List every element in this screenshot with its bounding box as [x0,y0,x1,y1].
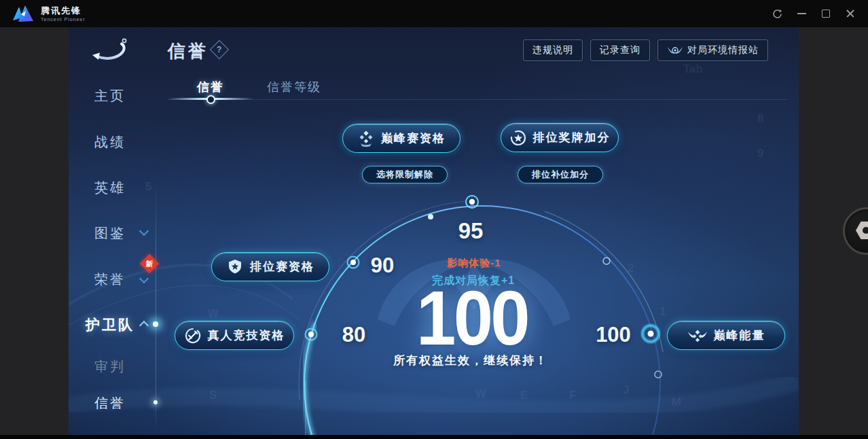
active-tab-marker [206,95,215,104]
app-subtitle: Tencent Pioneer [41,17,86,22]
background-letter: W [208,307,219,321]
rank-medal-bonus-button[interactable]: 排位奖牌加分 [501,123,619,152]
background-letter: F [569,389,576,402]
diamond-cluster-icon [357,130,375,147]
sidebar-divider [156,183,156,435]
wing-emblem-icon [667,44,683,56]
tab-credit-level[interactable]: 信誉等级 [267,79,321,95]
sidebar-item-judgement[interactable]: 审判 [69,357,151,376]
game-content: 589TabWSWEFJM21 主页 战绩 英雄 图鉴 荣誉 新 护卫队 审判 … [69,27,799,435]
left-frame-margin [0,27,69,435]
scale-label-95: 95 [458,218,484,244]
credit-gauge-arc [69,27,799,435]
gauge-node-90 [348,257,359,268]
gauge-node-small [428,214,433,220]
active-item-dot [153,400,158,404]
sidebar-item-credit[interactable]: 信誉 [69,394,151,412]
peak-tournament-qualification-button[interactable]: 巅峰赛资格 [342,124,460,153]
gauge-node-95 [466,196,478,208]
tab-credit[interactable]: 信誉 [197,79,224,95]
tab-separator [168,99,787,100]
help-icon[interactable]: ? [210,40,229,59]
scale-label-80: 80 [342,323,365,347]
background-letter: W [475,387,486,401]
sidebar-item-heroes[interactable]: 英雄 [69,179,151,197]
tencent-pioneer-logo-icon [11,4,35,23]
penalty-text: 影响体验-1 [447,257,501,270]
status-text: 所有权益生效，继续保持！ [393,353,548,368]
scale-label-90: 90 [371,253,394,278]
background-letter: J [623,383,629,397]
background-letter: 1 [659,305,666,319]
gauge-node-hollow [603,258,610,264]
rank-fill-bonus-button[interactable]: 排位补位加分 [518,166,603,183]
shield-star-icon [226,258,244,276]
window-controls [772,0,856,27]
background-letter: S [209,389,217,402]
background-letter: 2 [628,262,634,275]
versus-icon [184,327,202,345]
pick-limit-lift-button[interactable]: 选将限制解除 [362,166,448,183]
active-section-glow-dot [153,321,158,327]
sidebar-item-gallery[interactable]: 图鉴 [69,224,151,243]
background-letter: M [672,396,681,409]
background-letter: 8 [757,112,763,126]
medal-star-icon [509,129,527,147]
sidebar-item-home[interactable]: 主页 [69,87,151,105]
rank-qualification-button[interactable]: 排位赛资格 [211,252,329,281]
credit-score: 100 [416,279,528,357]
gauge-node-hollow [655,371,662,378]
record-query-button[interactable]: 记录查询 [590,39,650,61]
sidebar-item-honor[interactable]: 荣誉 [69,270,151,289]
bottom-frame-strip [0,435,868,439]
page-title: 信誉 [168,39,209,63]
close-icon[interactable] [845,8,856,19]
app-logo: 腾讯先锋 Tencent Pioneer [11,4,86,23]
titlebar: 腾讯先锋 Tencent Pioneer [0,0,868,27]
minimize-icon[interactable] [796,8,807,19]
refresh-icon[interactable] [772,8,782,19]
sidebar-item-records[interactable]: 战绩 [69,133,151,152]
app-name: 腾讯先锋 [41,6,86,15]
scale-label-100: 100 [596,323,631,347]
winged-diamond-icon [687,328,708,344]
hexagon-nut-icon [856,222,868,239]
background-letter: Tab [683,63,703,76]
gauge-node-80 [306,329,317,340]
back-arrow-icon[interactable] [89,34,131,67]
peak-energy-button[interactable]: 巅峰能量 [667,321,785,350]
maximize-icon[interactable] [820,8,831,19]
header-actions: 违规说明 记录查询 对局环境情报站 [523,39,768,61]
violation-info-button[interactable]: 违规说明 [523,39,583,61]
background-letter: E [520,389,528,402]
match-env-intel-button[interactable]: 对局环境情报站 [657,39,768,61]
human-competition-qualification-button[interactable]: 真人竞技资格 [175,321,294,350]
gauge-node-100 [643,326,659,342]
background-letter: 9 [757,147,763,160]
